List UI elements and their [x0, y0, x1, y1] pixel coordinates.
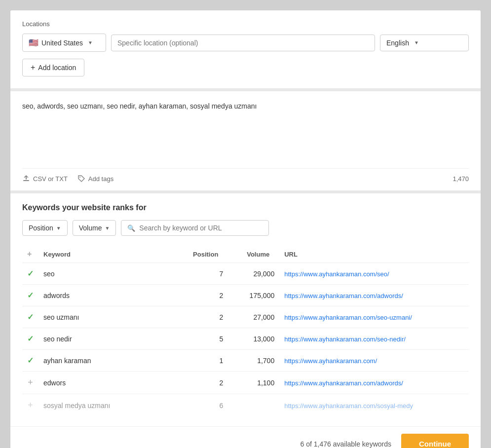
table-row: +sosyal medya uzmanı6https://www.ayhanka…	[22, 394, 469, 417]
keywords-textarea[interactable]: seo, adwords, seo uzmanı, seo nedir, ayh…	[22, 101, 469, 160]
csv-upload-action[interactable]: CSV or TXT	[22, 175, 68, 183]
locations-row: 🇺🇸 United States ▼ English ▼	[22, 34, 469, 52]
language-label: English	[386, 39, 409, 47]
check-icon: ✓	[27, 291, 34, 299]
col-header-check: +	[22, 246, 38, 263]
csv-label: CSV or TXT	[33, 175, 68, 183]
url-link[interactable]: https://www.ayhankaraman.com/	[284, 357, 377, 365]
chevron-down-icon: ▼	[88, 40, 93, 45]
plus-icon: +	[31, 63, 35, 72]
row-keyword: edwors	[38, 372, 173, 394]
row-check-cell[interactable]: ✓	[22, 350, 38, 372]
row-position: 6	[173, 394, 228, 417]
row-check-cell[interactable]: ✓	[22, 285, 38, 306]
row-url[interactable]: https://www.ayhankaraman.com/adwords/	[279, 285, 469, 306]
language-dropdown[interactable]: English ▼	[380, 35, 469, 51]
plus-icon: +	[27, 250, 32, 258]
row-volume: 27,000	[228, 306, 279, 328]
row-volume: 1,700	[228, 350, 279, 372]
continue-button[interactable]: Continue	[401, 434, 469, 448]
plus-icon: +	[28, 400, 33, 410]
country-dropdown[interactable]: 🇺🇸 United States ▼	[22, 34, 106, 52]
country-label: United States	[41, 39, 83, 47]
table-row: ✓seo uzmanı227,000https://www.ayhankaram…	[22, 306, 469, 328]
row-check-cell[interactable]: +	[22, 372, 38, 394]
section-keywords: seo, adwords, seo uzmanı, seo nedir, ayh…	[10, 91, 481, 193]
check-icon: ✓	[27, 269, 34, 278]
row-position: 7	[173, 263, 228, 285]
check-icon: ✓	[27, 356, 34, 365]
check-icon: ✓	[27, 313, 34, 321]
keywords-table: + Keyword Position Volume URL ✓seo729,00…	[22, 246, 469, 416]
available-keywords-text: 6 of 1,476 available keywords	[301, 440, 391, 448]
volume-filter-dropdown[interactable]: Volume ▼	[73, 220, 116, 236]
keywords-footer: CSV or TXT Add tags 1,470	[22, 168, 469, 183]
col-header-volume: Volume	[228, 246, 279, 263]
row-keyword: seo	[38, 263, 173, 285]
row-position: 2	[173, 306, 228, 328]
locations-title: Locations	[22, 20, 469, 28]
row-volume	[228, 394, 279, 417]
url-link[interactable]: https://www.ayhankaraman.com/sosyal-medy	[284, 402, 413, 410]
svg-point-2	[79, 177, 80, 178]
row-url[interactable]: https://www.ayhankaraman.com/adwords/	[279, 372, 469, 394]
col-header-position: Position	[173, 246, 228, 263]
row-volume: 13,000	[228, 328, 279, 350]
row-keyword: seo nedir	[38, 328, 173, 350]
row-url[interactable]: https://www.ayhankaraman.com/seo-uzmani/	[279, 306, 469, 328]
position-filter-label: Position	[29, 224, 53, 232]
table-row: ✓seo nedir513,000https://www.ayhankarama…	[22, 328, 469, 350]
add-tags-label: Add tags	[88, 175, 113, 183]
keywords-count: 1,470	[453, 175, 469, 183]
ranks-filters: Position ▼ Volume ▼ 🔍	[22, 220, 469, 236]
row-position: 1	[173, 350, 228, 372]
add-tags-action[interactable]: Add tags	[77, 175, 113, 183]
url-link[interactable]: https://www.ayhankaraman.com/seo/	[284, 270, 389, 278]
row-keyword: seo uzmanı	[38, 306, 173, 328]
keyword-search-box[interactable]: 🔍	[121, 220, 269, 236]
volume-filter-label: Volume	[79, 224, 102, 232]
row-url[interactable]: https://www.ayhankaraman.com/	[279, 350, 469, 372]
add-location-button[interactable]: + Add location	[22, 59, 84, 76]
section-ranks: Keywords your website ranks for Position…	[10, 193, 481, 426]
row-url[interactable]: https://www.ayhankaraman.com/sosyal-medy	[279, 394, 469, 417]
position-filter-dropdown[interactable]: Position ▼	[22, 220, 68, 236]
row-position: 5	[173, 328, 228, 350]
table-row: ✓seo729,000https://www.ayhankaraman.com/…	[22, 263, 469, 285]
tag-icon	[77, 175, 85, 183]
row-check-cell[interactable]: +	[22, 394, 38, 417]
specific-location-input[interactable]	[111, 35, 375, 51]
chevron-down-icon: ▼	[414, 40, 419, 45]
table-header-row: + Keyword Position Volume URL	[22, 246, 469, 263]
ranks-title: Keywords your website ranks for	[22, 203, 469, 212]
col-header-url: URL	[279, 246, 469, 263]
table-row: +edwors21,100https://www.ayhankaraman.co…	[22, 372, 469, 394]
row-url[interactable]: https://www.ayhankaraman.com/seo/	[279, 263, 469, 285]
row-keyword: sosyal medya uzmanı	[38, 394, 173, 417]
row-url[interactable]: https://www.ayhankaraman.com/seo-nedir/	[279, 328, 469, 350]
row-keyword: adwords	[38, 285, 173, 306]
row-keyword: ayhan karaman	[38, 350, 173, 372]
table-row: ✓ayhan karaman11,700https://www.ayhankar…	[22, 350, 469, 372]
url-link[interactable]: https://www.ayhankaraman.com/seo-nedir/	[284, 336, 406, 343]
url-link[interactable]: https://www.ayhankaraman.com/adwords/	[284, 379, 403, 387]
row-volume: 1,100	[228, 372, 279, 394]
check-icon: ✓	[27, 335, 34, 343]
row-position: 2	[173, 372, 228, 394]
plus-icon: +	[28, 377, 33, 387]
keywords-footer-left: CSV or TXT Add tags	[22, 175, 113, 183]
search-icon: 🔍	[127, 224, 135, 232]
row-check-cell[interactable]: ✓	[22, 328, 38, 350]
row-volume: 175,000	[228, 285, 279, 306]
flag-icon: 🇺🇸	[29, 38, 38, 47]
upload-icon	[22, 175, 30, 183]
main-container: Locations 🇺🇸 United States ▼ English ▼ +…	[10, 10, 481, 448]
row-check-cell[interactable]: ✓	[22, 306, 38, 328]
keyword-search-input[interactable]	[139, 224, 263, 232]
section-locations: Locations 🇺🇸 United States ▼ English ▼ +…	[10, 10, 481, 91]
chevron-down-icon: ▼	[56, 225, 61, 231]
url-link[interactable]: https://www.ayhankaraman.com/adwords/	[284, 292, 403, 299]
url-link[interactable]: https://www.ayhankaraman.com/seo-uzmani/	[284, 314, 412, 321]
table-row: ✓adwords2175,000https://www.ayhankaraman…	[22, 285, 469, 306]
row-check-cell[interactable]: ✓	[22, 263, 38, 285]
